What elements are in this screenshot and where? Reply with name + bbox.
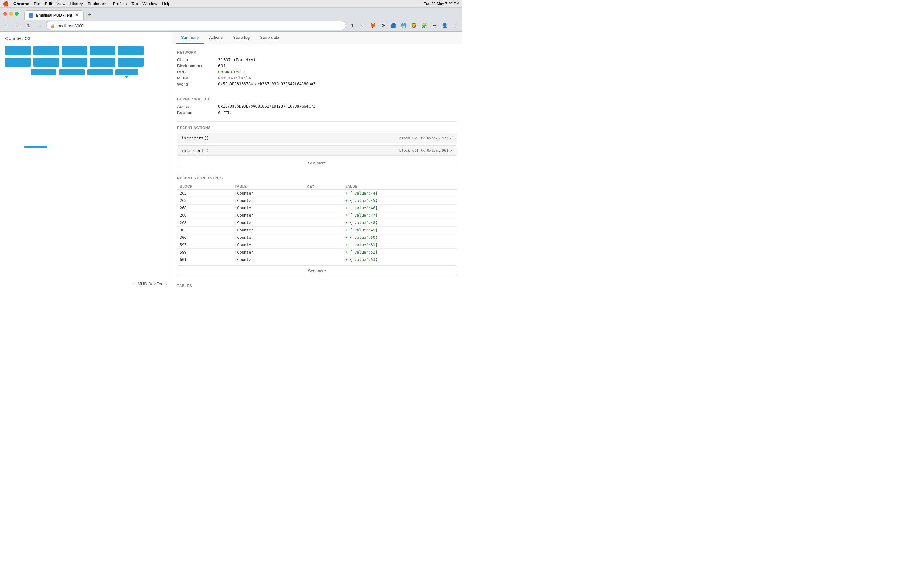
user-icon[interactable]: 👤 (440, 21, 449, 30)
table-row: 263 :Counter + {"value":44} (177, 190, 457, 197)
extension-icon-3[interactable]: 🔵 (389, 21, 398, 30)
cell-value: + {"value":50} (342, 234, 457, 242)
block-1-3 (61, 46, 87, 55)
col-key: KEY (304, 183, 342, 190)
cell-key (304, 205, 342, 212)
menubar-file[interactable]: File (34, 1, 40, 6)
menu-icon[interactable]: ⋮ (451, 21, 459, 30)
block-2-4 (90, 58, 115, 67)
menubar-chrome[interactable]: Chrome (13, 1, 29, 6)
apple-menu[interactable]: 🍎 (3, 1, 9, 7)
table-row: 265 :Counter + {"value":45} (177, 197, 457, 205)
tab-summary[interactable]: Summary (176, 32, 204, 44)
action-check-2: ✓ (450, 148, 453, 153)
block-3-4 (115, 69, 138, 75)
extension-icon-2[interactable]: ⚙ (379, 21, 388, 30)
table-row: 306 :Counter + {"value":50} (177, 234, 457, 242)
tab-favicon (29, 13, 33, 18)
cell-key (304, 242, 342, 249)
menubar-tab[interactable]: Tab (131, 1, 138, 6)
extension-icon-4[interactable]: 🌐 (399, 21, 408, 30)
burner-wallet-section-header: BURNER WALLET (177, 97, 457, 101)
store-events-table: BLOCK TABLE KEY VALUE 263 :Counter + {"v… (177, 183, 457, 263)
content-area: Counter: 53 (0, 32, 462, 288)
block-number-label: Block number (177, 63, 216, 68)
block-row-2 (5, 58, 166, 67)
block-1-5 (118, 46, 144, 55)
mud-devtools-button[interactable]: → MUD Dev Tools (127, 279, 172, 288)
cell-table: :Counter (232, 227, 304, 234)
reload-button[interactable]: ↻ (24, 21, 33, 30)
home-button[interactable]: ⌂ (35, 21, 44, 30)
tab-close-button[interactable]: ✕ (74, 13, 79, 18)
share-icon[interactable]: ⬆ (348, 21, 357, 30)
block-3-1 (31, 69, 57, 75)
menubar-window[interactable]: Window (142, 1, 157, 6)
cell-key (304, 190, 342, 197)
balance-value: 0 ETH (218, 110, 457, 115)
url-display: localhost:3000 (57, 23, 84, 28)
minimize-button[interactable] (9, 12, 13, 16)
cell-value: + {"value":49} (342, 227, 457, 234)
menubar-history[interactable]: History (70, 1, 83, 6)
menubar-right: Tue 23 May 7:20 PM (424, 2, 459, 6)
extension-icon-6[interactable]: 🧩 (420, 21, 429, 30)
world-label: World (177, 82, 216, 87)
tab-mud-client[interactable]: a minimal MUD client ✕ (24, 10, 84, 20)
extension-icon-1[interactable]: 🦊 (368, 21, 377, 30)
counter-display: Counter: 53 (5, 35, 166, 41)
devtools-summary-content: NETWORK Chain 31337 (Foundry) Block numb… (172, 44, 462, 288)
store-see-more-button[interactable]: See more (177, 266, 457, 276)
action-meta-2: block 601 tx 0x83a…7061 ✓ (399, 148, 453, 153)
menubar-help[interactable]: Help (162, 1, 171, 6)
pointer-indicator (125, 76, 129, 78)
menubar-view[interactable]: View (57, 1, 65, 6)
close-button[interactable] (3, 12, 7, 16)
new-tab-button[interactable]: + (85, 10, 94, 19)
cell-block: 263 (177, 190, 232, 197)
world-value: 0x5FbDB2315678afecb367f032d93F642f64180a… (218, 82, 457, 87)
block-3-3 (87, 69, 113, 75)
address-value: 0x1E70a6bD93E70A6818627191237F1673a766eC… (218, 104, 457, 109)
block-1-4 (90, 46, 115, 55)
block-2-2 (33, 58, 59, 67)
tab-store-data[interactable]: Store data (255, 32, 284, 44)
tables-section-header: TABLES (177, 284, 457, 287)
cell-table: :Counter (232, 256, 304, 263)
cell-block: 601 (177, 256, 232, 263)
menubar-edit[interactable]: Edit (45, 1, 52, 6)
devtools-tab-bar: Summary Actions Store log Store data (172, 32, 462, 44)
block-2-5 (118, 58, 144, 67)
cell-value: + {"value":44} (342, 190, 457, 197)
divider-2 (177, 121, 457, 122)
cell-value: + {"value":53} (342, 256, 457, 263)
forward-button[interactable]: › (13, 21, 23, 30)
burner-wallet-info-grid: Address 0x1E70a6bD93E70A6818627191237F16… (177, 104, 457, 115)
address-bar[interactable]: 🔒 localhost:3000 (46, 21, 346, 30)
blocks-visualization (5, 46, 166, 75)
tab-store-log[interactable]: Store log (228, 32, 255, 44)
cell-key (304, 219, 342, 227)
cell-table: :Counter (232, 249, 304, 256)
mode-label: MODE (177, 76, 216, 81)
cell-value: + {"value":51} (342, 242, 457, 249)
back-button[interactable]: ‹ (3, 21, 11, 30)
maximize-button[interactable] (15, 12, 19, 16)
col-block: BLOCK (177, 183, 232, 190)
cell-block: 268 (177, 212, 232, 219)
menubar-profiles[interactable]: Profiles (113, 1, 127, 6)
actions-see-more-button[interactable]: See more (177, 158, 457, 168)
block-2-1 (5, 58, 31, 67)
cell-value: + {"value":48} (342, 219, 457, 227)
menubar-bookmarks[interactable]: Bookmarks (87, 1, 108, 6)
cell-value: + {"value":52} (342, 249, 457, 256)
tab-actions[interactable]: Actions (204, 32, 228, 44)
cell-block: 268 (177, 219, 232, 227)
bookmark-icon[interactable]: ☆ (358, 21, 367, 30)
sidebar-icon[interactable]: ☰ (430, 21, 439, 30)
col-value: VALUE (342, 183, 457, 190)
col-table: TABLE (232, 183, 304, 190)
cell-key (304, 212, 342, 219)
extension-icon-5[interactable]: 🦁 (409, 21, 418, 30)
browser-chrome: a minimal MUD client ✕ + ‹ › ↻ ⌂ 🔒 local… (0, 8, 462, 32)
